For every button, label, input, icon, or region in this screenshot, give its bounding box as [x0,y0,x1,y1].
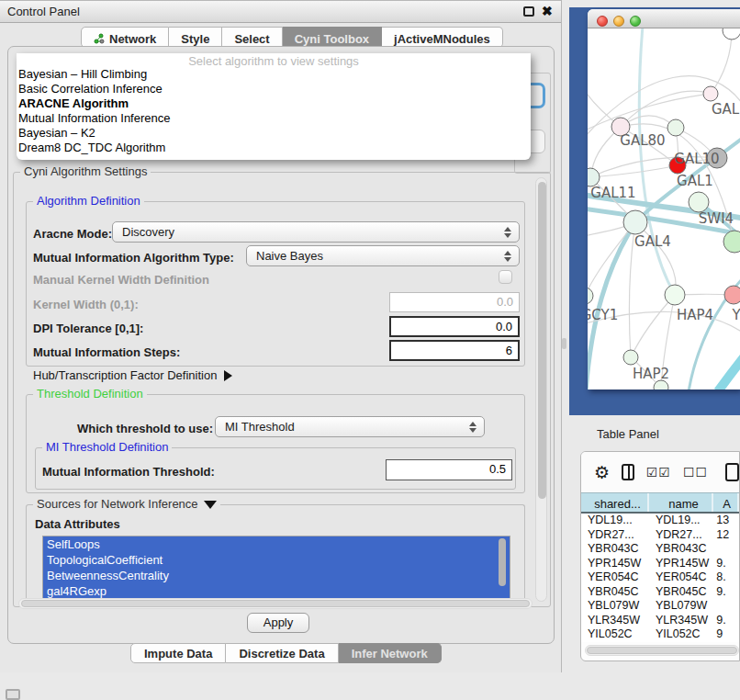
column-header-name[interactable]: name [649,493,713,512]
network-node[interactable] [623,350,638,365]
attributes-scrollbar-thumb[interactable] [499,538,506,586]
tab-jactivemnodules[interactable]: jActiveMNodules [382,27,503,48]
network-canvas[interactable]: GALGAL80GAL10GAL1GAL11SWI4GAL4GCY1HAP4YH… [588,28,740,390]
settings-hscrollbar-thumb[interactable] [21,600,530,607]
network-node[interactable] [665,285,685,305]
attribute-list-item[interactable]: SelfLoops [43,536,510,552]
tab-network[interactable]: Network [81,27,169,48]
table-row[interactable]: YPR145W YPR145W 9. [581,557,739,571]
table-panel: ⚙ ☑☑ ☐☐ shared... name A YDL19... YDL19.… [580,451,740,661]
algorithm-dropdown-item[interactable]: Bayesian – Hill Climbing [17,67,531,82]
table-hscrollbar-thumb[interactable] [587,647,737,654]
minimized-panel-icon[interactable] [6,689,20,700]
table-row[interactable]: YER054C YER054C 8. [581,570,739,585]
network-node[interactable] [723,28,740,40]
mi-threshold-definition-title: MI Threshold Definition [42,440,172,454]
table-header-row: shared... name A [581,492,739,514]
tab-style[interactable]: Style [169,27,222,48]
dpi-tolerance-label: DPI Tolerance [0,1]: [33,322,143,335]
attribute-list-item[interactable]: BetweennessCentrality [43,568,510,583]
dropdown-prompt: Select algorithm to view settings [17,53,531,67]
algorithm-definition-title: Algorithm Definition [33,194,144,208]
combo-arrows-icon [469,422,477,433]
table-row[interactable]: YBR043C YBR043C [581,542,739,557]
table-row[interactable]: YIL052C YIL052C 9 [581,627,739,642]
tab-cyni-toolbox[interactable]: Cyni Toolbox [283,27,382,48]
aracne-mode-label: Aracne Mode: [33,227,112,241]
table-toolbar: ⚙ ☑☑ ☐☐ [581,452,739,492]
dpi-tolerance-field[interactable]: 0.0 [389,316,520,337]
network-node[interactable] [689,192,709,212]
tab-cyni-toolbox-label: Cyni Toolbox [295,32,369,46]
algorithm-dropdown-item[interactable]: Basic Correlation Inference [17,82,531,96]
table-row[interactable]: YDL19... YDL19... 13 [581,514,739,528]
kernel-width-label: Kernel Width (0,1): [33,298,139,311]
select-all-icon[interactable]: ☑☑ [646,465,671,480]
tab-discretize-data[interactable]: Discretize Data [226,643,338,663]
node-label: GAL1 [677,173,713,189]
node-label: Y [731,307,740,323]
aracne-mode-combobox[interactable]: Discovery [112,221,520,243]
tab-select[interactable]: Select [222,27,282,48]
manual-kernel-checkbox[interactable] [499,270,512,284]
network-node[interactable] [667,119,684,136]
close-window-icon[interactable] [597,16,608,27]
attributes-scrollbar-track[interactable] [497,538,508,595]
algorithm-dropdown-item[interactable]: Dream8 DC_TDC Algorithm [17,141,531,155]
float-window-icon[interactable] [523,6,534,17]
column-header-partial[interactable]: A [713,493,739,512]
tab-infer-network[interactable]: Infer Network [339,643,442,663]
algorithm-dropdown-item[interactable]: Mutual Information Inference [17,111,531,126]
minimize-window-icon[interactable] [613,16,624,27]
algorithm-dropdown-item[interactable]: ARACNE Algorithm [17,96,531,111]
tab-network-label: Network [109,32,156,46]
which-threshold-combobox[interactable]: MI Threshold [215,416,485,437]
table-row[interactable]: YLR345W YLR345W 9. [581,614,739,628]
network-node[interactable] [588,168,600,186]
mi-type-value: Naive Bayes [256,249,323,263]
attribute-list-item[interactable]: TopologicalCoefficient [43,552,510,568]
new-table-icon[interactable] [725,463,739,481]
settings-scrollbar-track[interactable] [535,177,547,602]
network-window-titlebar[interactable] [588,9,740,28]
mi-threshold-field[interactable]: 0.5 [386,459,512,480]
network-node[interactable] [703,86,718,101]
network-node[interactable] [623,210,647,234]
hub-definition-label: Hub/Transcription Factor Definition [33,368,217,382]
network-node[interactable] [723,231,740,253]
close-icon[interactable]: ✖ [542,4,553,18]
control-panel-window: Control Panel ✖ Network Style Select Cyn… [0,0,562,672]
zoom-window-icon[interactable] [630,16,641,27]
columns-icon[interactable] [622,464,634,480]
panel-divider-grip[interactable] [562,338,566,349]
column-header-shared-name[interactable]: shared... [581,493,649,512]
settings-hscrollbar-track[interactable] [18,598,533,609]
control-panel-title: Control Panel [7,5,80,18]
mi-type-label: Mutual Information Algorithm Type: [33,251,234,265]
combo-arrows-icon [504,251,511,262]
mi-steps-field[interactable]: 6 [389,340,520,361]
gear-icon[interactable]: ⚙ [594,462,610,483]
which-threshold-label: Which threshold to use: [77,422,213,435]
data-attributes-list[interactable]: SelfLoopsTopologicalCoefficientBetweenne… [42,536,510,600]
data-attributes-label: Data Attributes [35,517,120,531]
settings-scrollbar-thumb[interactable] [538,182,546,499]
mi-type-combobox[interactable]: Naive Bayes [246,245,520,266]
algorithm-dropdown-item[interactable]: Bayesian – K2 [17,126,531,141]
network-node[interactable] [588,288,593,304]
tab-impute-data[interactable]: Impute Data [130,643,226,663]
collapsed-arrow-icon [224,370,232,381]
table-row[interactable]: YBL079W YBL079W [581,599,739,614]
table-row[interactable]: YBR045C YBR045C 9. [581,585,739,600]
deselect-all-icon[interactable]: ☐☐ [683,465,708,480]
hub-definition-toggle[interactable]: Hub/Transcription Factor Definition [33,368,232,382]
table-hscrollbar-track[interactable] [585,645,739,656]
control-panel-titlebar: Control Panel ✖ [0,1,561,23]
expanded-arrow-icon[interactable] [204,501,217,509]
kernel-width-field[interactable]: 0.0 [389,292,520,312]
attribute-list-item[interactable]: gal4RGexp [43,583,510,599]
apply-button[interactable]: Apply [247,613,309,633]
tab-style-label: Style [181,32,209,46]
network-node[interactable] [724,286,740,304]
table-row[interactable]: YDR27... YDR27... 12 [581,528,739,543]
